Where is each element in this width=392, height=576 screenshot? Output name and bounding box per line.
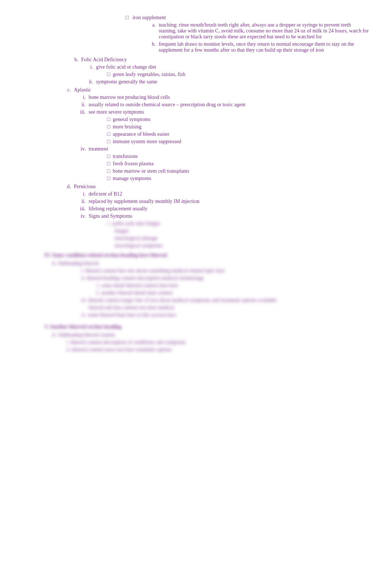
treatment-bullet-3: □ bone marrow or stem cell transplants (107, 168, 370, 174)
teaching-marker-a: a. (148, 22, 159, 28)
blurred-line-7: iv. some blurred final item in this sect… (81, 312, 370, 318)
section-c-iv-marker: iv. (78, 146, 89, 152)
treatment-bullet-2: □ fresh frozen plasma (107, 161, 370, 167)
blurred-heading-1: IV. Some condition related section headi… (44, 252, 370, 258)
blurred-2-line-3: ii. blurred content more text here treat… (66, 347, 370, 353)
treatment-bullet-1: □ transfusions (107, 154, 370, 159)
pernicious-bullet-1-icon: □ (107, 221, 113, 227)
blurred-sub-items: i. blurred content line one about someth… (81, 268, 370, 318)
section-d-i-marker: i. (78, 191, 89, 197)
pernicious-bullet-2: fatigue (114, 228, 370, 234)
blurred-section-1: IV. Some condition related section headi… (22, 252, 370, 318)
section-d: d. Pernicious i. deficient of B12 ii. re… (63, 184, 370, 249)
blurred-heading-2-text: V. Another blurred section heading (44, 324, 121, 330)
section-d-iii: iii. lifelong replacement usually (78, 206, 370, 212)
treatment-bullet-1-text: transfusions (113, 154, 138, 159)
aplastic-bullet-2-text: more bruising (113, 124, 141, 130)
section-c-i: i. bone marrow not producing blood cells (78, 94, 370, 100)
pernicious-bullet-3-text: neurological damage (114, 235, 158, 241)
section-c-label: Aplastic (74, 87, 370, 93)
folic-bullet: □ green leafy vegetables, raisins, fish (107, 72, 370, 77)
section-c-iii-text: see more severe symptoms (89, 109, 370, 115)
section-c-marker: c. (63, 87, 74, 93)
section-d-ii: ii. replaced by supplement usually month… (78, 199, 370, 204)
aplastic-bullet-2-icon: □ (107, 124, 113, 130)
section-c-iii-bullets: □ general symptoms □ more bruising □ app… (107, 117, 370, 145)
blurred-line-2: ii. blurred heading content description … (81, 275, 370, 281)
section-c-i-marker: i. (78, 94, 89, 100)
blurred-sublabel-text: A. Subheading blurred (52, 261, 99, 266)
section-b: b. Folic Acid Deficiency i. give folic a… (70, 57, 370, 85)
aplastic-bullet-3-icon: □ (107, 131, 113, 137)
section-b-ii: ii. symptoms generally the same (85, 79, 370, 85)
aplastic-bullet-3: □ appearance of bleeds easier (107, 131, 370, 137)
aplastic-bullet-3-text: appearance of bleeds easier (113, 131, 169, 137)
section-c-ii: ii. usually related to outside chemical … (78, 102, 370, 108)
section-d-items: i. deficient of B12 ii. replaced by supp… (78, 191, 370, 249)
treatment-bullet-4-text: manage symptoms (113, 176, 151, 182)
section-c-iv: iv. treatment (78, 146, 370, 152)
blurred-heading-2: V. Another blurred section heading (44, 324, 370, 330)
section-b-i-marker: i. (85, 64, 96, 70)
pernicious-bullet-1-text: pallor pale skin fatigue (113, 221, 160, 227)
teaching-text-b: frequent lab draws to monitor levels, on… (159, 41, 370, 53)
section-d-ii-marker: ii. (78, 199, 89, 204)
aplastic-bullet-2: □ more bruising (107, 124, 370, 130)
section-d-ii-text: replaced by supplement usually monthly I… (89, 199, 370, 204)
section-c-ii-text: usually related to outside chemical sour… (89, 102, 370, 108)
aplastic-bullet-1: □ general symptoms (107, 117, 370, 123)
pernicious-bullet-4-text: neurological symptoms (114, 243, 163, 249)
blurred-2-line-1: A. Subheading blurred content (52, 332, 370, 338)
treatment-bullet-4: □ manage symptoms (107, 176, 370, 182)
pernicious-bullet-4: neurological symptoms (114, 243, 370, 249)
iron-supplement-item: □ iron supplement (125, 15, 370, 21)
blurred-line-5: iii. blurred content longer line of text… (81, 297, 370, 303)
section-b-ii-marker: ii. (85, 79, 96, 85)
section-b-header: b. Folic Acid Deficiency (70, 57, 370, 63)
page-content: □ iron supplement a. teaching: rinse mou… (22, 7, 370, 353)
section-d-label: Pernicious (74, 184, 370, 190)
treatment-bullet-3-text: bone marrow or stem cell transplants (113, 168, 189, 174)
teaching-item-b: b. frequent lab draws to monitor levels,… (148, 41, 370, 53)
section-b-ii-text: symptoms generally the same (96, 79, 370, 85)
section-c-i-text: bone marrow not producing blood cells (89, 94, 370, 100)
iron-supplement-label: iron supplement (133, 15, 166, 20)
teaching-item-a: a. teaching: rinse mouth/brush teeth rig… (148, 22, 370, 40)
aplastic-bullet-4-icon: □ (107, 139, 113, 145)
blurred-line-3: 1. some detail blurred content item here (96, 283, 370, 289)
aplastic-bullet-1-icon: □ (107, 117, 113, 123)
blurred-sub-2: A. Subheading blurred content i. blurred… (52, 332, 370, 353)
section-d-iv: iv. Signs and Symptoms (78, 213, 370, 219)
section-d-iii-marker: iii. (78, 206, 89, 212)
section-b-label: Folic Acid Deficiency (81, 57, 370, 63)
section-d-iv-bullets: □ pallor pale skin fatigue fatigue neuro… (107, 221, 370, 249)
section-c-iii-marker: iii. (78, 109, 89, 115)
teaching-items: a. teaching: rinse mouth/brush teeth rig… (148, 22, 370, 53)
treatment-bullet-1-icon: □ (107, 154, 113, 159)
section-d-i-text: deficient of B12 (89, 191, 370, 197)
section-d-marker: d. (63, 184, 74, 190)
section-b-items: i. give folic acid or change diet □ gree… (85, 64, 370, 85)
section-b-marker: b. (70, 57, 81, 63)
aplastic-bullet-1-text: general symptoms (113, 117, 150, 123)
folic-bullet-icon: □ (107, 72, 113, 77)
blurred-line-6: blurred sub line content text here medic… (89, 305, 370, 311)
folic-bullet-text: green leafy vegetables, raisins, fish (113, 72, 185, 77)
aplastic-bullet-4: □ immune system more suppressed (107, 139, 370, 145)
section-c-items: i. bone marrow not producing blood cells… (78, 94, 370, 182)
section-c-iv-bullets: □ transfusions □ fresh frozen plasma □ b… (107, 154, 370, 182)
blurred-heading-1-text: IV. Some condition related section headi… (44, 252, 167, 258)
pernicious-bullet-1: □ pallor pale skin fatigue (107, 221, 370, 227)
teaching-marker-b: b. (148, 41, 159, 47)
pernicious-bullet-2-text: fatigue (114, 228, 129, 234)
blurred-sublabel: A. Subheading blurred (52, 261, 370, 266)
blurred-2-line-2: i. blurred content description of condit… (66, 339, 370, 345)
section-d-iv-text: Signs and Symptoms (89, 213, 370, 219)
section-c-iii: iii. see more severe symptoms (78, 109, 370, 115)
section-c-ii-marker: ii. (78, 102, 89, 108)
section-b-i-text: give folic acid or change diet (96, 64, 370, 70)
aplastic-bullet-4-text: immune system more suppressed (113, 139, 181, 145)
treatment-bullet-3-icon: □ (107, 168, 113, 174)
section-d-iv-marker: iv. (78, 213, 89, 219)
section-c: c. Aplastic i. bone marrow not producing… (63, 87, 370, 182)
